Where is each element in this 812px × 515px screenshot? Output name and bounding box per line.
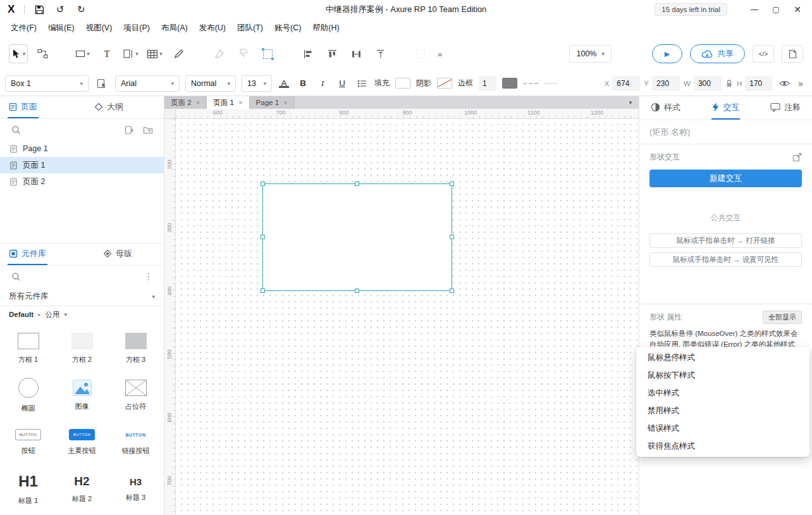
style-manager-icon[interactable] (94, 76, 109, 91)
menu-account[interactable]: 账号(C) (269, 21, 307, 35)
tab-list-caret-icon[interactable]: ▾ (622, 96, 639, 109)
share-button[interactable]: 共享 (690, 44, 745, 63)
minimize-button[interactable]: — (744, 1, 765, 18)
spec-document-button[interactable] (782, 45, 803, 63)
border-color-swatch[interactable] (502, 78, 517, 89)
quick-action-open-link-button[interactable]: 鼠标或手指单击时 → 打开链接 (649, 233, 802, 248)
menu-team[interactable]: 团队(T) (231, 21, 269, 35)
selected-rectangle-widget[interactable] (262, 183, 452, 291)
tab-pages[interactable]: 页面 (8, 96, 39, 118)
save-icon[interactable] (33, 3, 46, 16)
tab-notes[interactable]: 注释 (770, 96, 801, 120)
select-tool-button[interactable]: ▾ (9, 44, 28, 63)
align-top-button[interactable] (323, 44, 341, 63)
frame-tool-button[interactable]: ▾ (121, 44, 140, 63)
widget-ellipse[interactable]: 椭圆 (1, 372, 55, 419)
widget-image[interactable]: 图像 (55, 372, 109, 419)
widget-h3[interactable]: H3 标题 3 (109, 466, 163, 512)
page-item-selected[interactable]: 页面 1 (0, 157, 164, 173)
trial-badge[interactable]: 15 days left in trial (655, 3, 727, 16)
widget-button[interactable]: BUTTON 按钮 (1, 419, 55, 466)
search-icon[interactable] (9, 270, 23, 283)
library-group-header[interactable]: Default ▸ 公用 ▾ (0, 306, 164, 323)
group-button[interactable] (258, 44, 277, 63)
maximize-button[interactable]: ▢ (765, 1, 787, 18)
table-tool-button[interactable]: ▾ (145, 44, 164, 63)
bullet-list-button[interactable] (355, 76, 369, 91)
fill-color-swatch[interactable] (395, 78, 410, 89)
border-dash-style-picker[interactable] (523, 83, 538, 84)
visibility-eye-icon[interactable] (777, 76, 792, 91)
widget-h2[interactable]: H2 标题 2 (55, 466, 109, 512)
menu-item-selected-style[interactable]: 选中样式 (636, 384, 809, 402)
add-page-icon[interactable] (122, 123, 136, 137)
preview-button[interactable]: ▶ (652, 44, 682, 63)
undo-icon[interactable]: ↺ (54, 3, 66, 16)
font-size-select[interactable]: 13 ▾ (242, 75, 272, 92)
close-button[interactable]: ✕ (787, 1, 808, 18)
tab-masters[interactable]: 母版 (102, 244, 133, 265)
tab-close-icon[interactable]: ✕ (283, 100, 288, 106)
selection-handle[interactable] (355, 182, 359, 186)
page-item[interactable]: 页面 2 (0, 173, 164, 190)
external-link-icon[interactable] (792, 152, 802, 162)
selection-handle[interactable] (450, 182, 454, 186)
widget-style-select[interactable]: Box 1 ▾ (5, 75, 89, 92)
widget-box2[interactable]: 方框 2 (55, 325, 109, 372)
selection-handle[interactable] (261, 289, 265, 293)
h-input[interactable] (745, 76, 773, 91)
library-filter-select[interactable]: 所有元件库 ▾ (0, 287, 164, 306)
tab-libraries[interactable]: 元件库 (8, 244, 47, 265)
w-input[interactable] (694, 76, 722, 91)
menu-help[interactable]: 帮助(H) (307, 21, 345, 35)
search-icon[interactable] (9, 123, 23, 137)
shadow-swatch[interactable] (437, 78, 452, 89)
text-align-button[interactable] (371, 44, 390, 63)
menu-edit[interactable]: 编辑(E) (42, 21, 80, 35)
redo-icon[interactable]: ↻ (75, 3, 87, 16)
widget-h1[interactable]: H1 标题 1 (1, 466, 55, 512)
connector-tool-button[interactable] (33, 44, 52, 63)
aspect-lock-icon[interactable] (725, 79, 733, 88)
tab-style[interactable]: 样式 (651, 96, 680, 120)
page-item[interactable]: Page 1 (0, 140, 164, 157)
italic-button[interactable]: I (316, 76, 329, 91)
menu-item-disabled-style[interactable]: 禁用样式 (636, 402, 809, 419)
add-folder-icon[interactable] (141, 123, 155, 137)
zoom-select[interactable]: 100% ▾ (569, 45, 612, 63)
code-export-button[interactable]: </> (753, 45, 774, 63)
menu-view[interactable]: 视图(V) (80, 21, 118, 35)
selection-handle[interactable] (450, 289, 454, 293)
widget-primary-button[interactable]: BUTTON 主要按钮 (55, 419, 109, 466)
doc-tab-page1-cn[interactable]: 页面 1 ✕ (207, 96, 249, 109)
font-family-select[interactable]: Arial ▾ (115, 75, 180, 92)
widget-box3[interactable]: 方框 3 (109, 325, 163, 372)
quick-action-set-visibility-button[interactable]: 鼠标或手指单击时 → 设置可见性 (649, 252, 802, 267)
align-left-button[interactable] (298, 44, 317, 63)
style-pen-button[interactable] (169, 44, 188, 63)
widget-box1[interactable]: 方框 1 (1, 325, 55, 372)
menu-publish[interactable]: 发布(U) (194, 21, 231, 35)
stylebar-more-chevron[interactable]: » (796, 78, 807, 89)
doc-tab-page2[interactable]: 页面 2 ✕ (164, 96, 207, 109)
tab-interaction[interactable]: 交互 (711, 96, 740, 120)
menu-item-mousedown-style[interactable]: 鼠标按下样式 (636, 366, 809, 384)
selection-handle[interactable] (261, 235, 265, 239)
text-tool-button[interactable]: T (97, 44, 116, 63)
font-weight-select[interactable]: Normal ▾ (185, 75, 236, 92)
menu-item-mouseover-style[interactable]: 鼠标悬停样式 (636, 349, 809, 366)
menu-project[interactable]: 项目(P) (118, 21, 156, 35)
x-input[interactable] (612, 76, 640, 91)
y-input[interactable] (652, 76, 680, 91)
selection-handle[interactable] (450, 235, 454, 239)
toolbar-overflow-chevron[interactable]: » (438, 49, 442, 59)
rectangle-tool-button[interactable]: ▾ (73, 44, 92, 63)
menu-file[interactable]: 文件(F) (5, 21, 42, 35)
show-all-button[interactable]: 全部显示 (763, 311, 802, 324)
doc-tab-page1-en[interactable]: Page 1 ✕ (250, 96, 295, 109)
widget-name-input[interactable] (649, 127, 802, 137)
selection-handle[interactable] (355, 289, 359, 293)
tab-outline[interactable]: 大纲 (93, 96, 125, 118)
menu-item-error-style[interactable]: 错误样式 (636, 419, 809, 437)
tab-close-icon[interactable]: ✕ (238, 100, 243, 106)
